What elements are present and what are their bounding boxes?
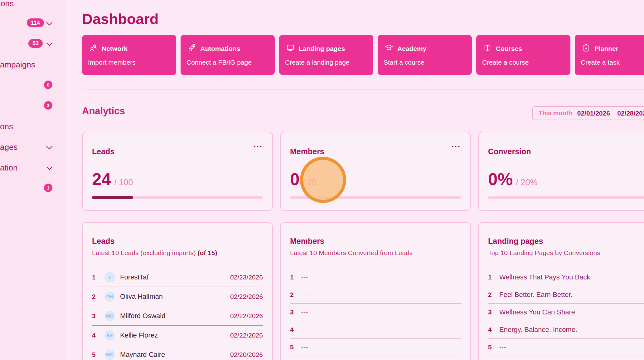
landing-rows: 1 Wellness That Pays You Back 2 Feel Bet…	[488, 269, 644, 356]
avatar: OH	[104, 291, 115, 302]
list-item[interactable]: 1 F ForestTaf 02/23/2026	[92, 268, 263, 287]
chevron-down-icon[interactable]	[46, 21, 53, 25]
row-number: 2	[290, 291, 301, 298]
sidebar-item-partial-mid[interactable]: ons	[0, 122, 13, 131]
list-card-subtitle: Latest 10 Members Converted from Leads	[290, 249, 413, 257]
monitor-icon	[286, 43, 295, 54]
row-number: 4	[488, 326, 499, 333]
list-item[interactable]: 2 OH Oliva Hallman 02/22/2026	[92, 287, 263, 306]
lead-name: Oliva Hallman	[120, 293, 163, 301]
stat-value: 0	[290, 169, 300, 189]
list-item: 5 ---	[488, 338, 644, 356]
ellipsis-menu-icon[interactable]: •••	[254, 144, 263, 150]
member-placeholder: ---	[301, 274, 308, 281]
avatar: MO	[104, 311, 115, 321]
quick-action-network[interactable]: Network Import members	[82, 35, 176, 75]
list-item: 1 ---	[290, 269, 461, 286]
quick-action-subtitle: Start a course	[384, 59, 472, 66]
lead-name: Milford Oswald	[120, 312, 165, 320]
sidebar-count-badge: 1	[44, 184, 52, 192]
stat-target: / 20	[303, 178, 317, 187]
quick-action-academy[interactable]: Academy Start a course	[378, 35, 472, 75]
quick-action-landing-pages[interactable]: Landing pages Create a landing page	[279, 35, 373, 75]
row-number: 4	[92, 332, 103, 339]
quick-action-title: Landing pages	[299, 45, 345, 52]
quick-action-planner[interactable]: Planner Create a task	[575, 35, 644, 75]
quick-action-subtitle: Create a course	[482, 59, 570, 66]
lead-date: 02/22/2026	[230, 312, 263, 320]
stat-value: 0%	[488, 169, 513, 189]
row-number: 1	[488, 274, 499, 281]
quick-actions-row: Network Import members Automations Conne…	[82, 35, 644, 75]
stat-target: / 20%	[516, 178, 538, 187]
quick-action-automations[interactable]: Automations Connect a FB/IG page	[181, 35, 275, 75]
sidebar-item-partial-top[interactable]: ons	[1, 0, 14, 8]
quick-action-subtitle: Create a task	[581, 59, 644, 66]
quick-action-subtitle: Import members	[88, 59, 176, 66]
chevron-down-icon[interactable]	[46, 145, 53, 149]
row-number: 3	[488, 308, 499, 316]
sidebar-item-pages[interactable]: ages	[0, 142, 17, 152]
avatar: F	[104, 272, 115, 283]
ellipsis-menu-icon[interactable]: •••	[452, 144, 461, 150]
avatar: KF	[104, 330, 115, 341]
progress-bar	[488, 196, 644, 199]
quick-action-subtitle: Create a landing page	[285, 59, 373, 66]
landing-page-placeholder: ---	[499, 343, 506, 351]
list-item[interactable]: 1 Wellness That Pays You Back	[488, 269, 644, 286]
lead-name: ForestTaf	[120, 273, 149, 281]
list-card-subtitle: Top 10 Landing Pages by Conversions	[488, 249, 600, 257]
list-card-subtitle-text: Latest 10 Leads (excluding imports)	[92, 249, 196, 256]
lead-date: 02/22/2026	[230, 332, 263, 339]
row-number: 5	[290, 343, 301, 351]
sidebar-item-creation[interactable]: ation	[0, 163, 17, 173]
date-range-filter[interactable]: This month 02/01/2026 – 02/28/2026	[532, 106, 644, 120]
row-number: 2	[92, 293, 103, 300]
lead-name: Maynard Caire	[120, 351, 165, 359]
quick-action-title: Courses	[496, 45, 522, 52]
landing-page-name: Feel Better. Earn Better.	[499, 291, 573, 299]
list-item[interactable]: 4 Energy. Balance. Income.	[488, 321, 644, 338]
landing-page-name: Wellness You Can Share	[499, 308, 575, 316]
member-placeholder: ---	[301, 343, 308, 351]
book-icon	[483, 43, 492, 54]
list-item[interactable]: 2 Feel Better. Earn Better.	[488, 286, 644, 303]
list-item[interactable]: 4 KF Kellie Florez 02/22/2026	[92, 326, 263, 345]
quick-action-title: Automations	[200, 45, 240, 52]
sidebar-count-badge: 53	[28, 39, 43, 48]
row-number: 3	[92, 312, 103, 320]
list-cards-row: Leads Latest 10 Leads (excluding imports…	[82, 222, 644, 360]
stat-card-members: Members ••• 0 / 20	[280, 132, 471, 211]
members-rows: 1 --- 2 --- 3 --- 4 --- 5 --- 6 ---	[290, 269, 461, 360]
list-card-title: Leads	[92, 237, 114, 246]
lead-date: 02/20/2026	[230, 351, 263, 358]
landing-page-name: Energy. Balance. Income.	[499, 326, 577, 334]
quick-action-courses[interactable]: Courses Create a course	[476, 35, 570, 75]
sidebar-count-badge: 3	[44, 101, 52, 110]
progress-bar	[290, 196, 461, 199]
list-item[interactable]: 3 Wellness You Can Share	[488, 303, 644, 321]
list-item: 3 ---	[290, 303, 461, 321]
row-number: 1	[290, 274, 301, 281]
row-number: 4	[290, 326, 301, 333]
chevron-down-icon[interactable]	[46, 42, 53, 46]
sidebar-item-campaigns[interactable]: ampaigns	[0, 60, 35, 70]
stat-card-title: Conversion	[488, 147, 531, 156]
people-icon	[89, 43, 98, 54]
list-item: 2 ---	[290, 286, 461, 303]
page-title: Dashboard	[82, 10, 159, 28]
stat-value: 24	[92, 169, 111, 189]
lead-name: Kellie Florez	[120, 331, 158, 339]
section-divider	[82, 90, 644, 90]
list-card-subtitle: Latest 10 Leads (excluding imports) (of …	[92, 249, 217, 257]
lead-date: 02/23/2026	[230, 274, 263, 281]
sidebar-count-badge: 114	[27, 18, 44, 27]
list-item[interactable]: 3 MO Milford Oswald 02/22/2026	[92, 306, 263, 326]
quick-action-title: Academy	[397, 45, 426, 52]
landing-page-name: Wellness That Pays You Back	[499, 273, 590, 281]
quick-action-subtitle: Connect a FB/IG page	[186, 59, 275, 66]
list-item[interactable]: 5 MC Maynard Caire 02/20/2026	[92, 345, 263, 360]
chevron-down-icon[interactable]	[46, 166, 53, 170]
row-number: 5	[92, 351, 103, 358]
progress-bar-fill	[92, 196, 133, 199]
